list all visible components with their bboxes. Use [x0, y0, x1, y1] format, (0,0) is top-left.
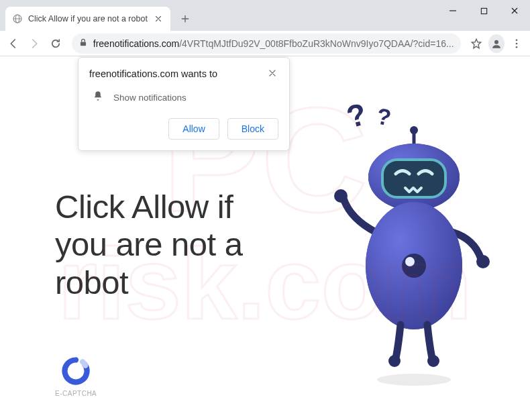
headline-line-3: robot [55, 264, 243, 301]
new-tab-button[interactable] [176, 9, 195, 28]
block-button[interactable]: Block [227, 118, 278, 140]
bell-icon [92, 90, 104, 105]
captcha-c-icon [61, 356, 91, 386]
close-window-button[interactable] [499, 0, 530, 21]
globe-icon [12, 13, 23, 24]
captcha-label: E-CAPTCHA [55, 390, 97, 397]
svg-point-23 [405, 257, 415, 266]
window-titlebar: Click Allow if you are not a robot [0, 0, 530, 31]
permission-dialog: freenotifications.com wants to Show noti… [78, 57, 290, 151]
svg-point-26 [377, 374, 451, 386]
browser-tab[interactable]: Click Allow if you are not a robot [5, 7, 170, 31]
svg-point-24 [388, 355, 401, 367]
robot-illustration: ? ? [323, 98, 498, 386]
svg-point-8 [516, 42, 518, 44]
maximize-button[interactable] [468, 0, 499, 21]
browser-toolbar: freenotifications.com/4VRTtqMJtfDu92V_00… [0, 31, 530, 56]
allow-button[interactable]: Allow [168, 118, 219, 140]
headline: Click Allow if you are not a robot [55, 188, 243, 301]
close-tab-icon[interactable] [153, 13, 164, 24]
svg-point-25 [427, 355, 439, 367]
svg-point-9 [516, 46, 518, 48]
address-bar[interactable]: freenotifications.com/4VRTtqMJtfDu92V_00… [72, 34, 461, 54]
profile-avatar[interactable] [488, 34, 505, 53]
lock-icon [78, 38, 88, 50]
svg-point-7 [516, 39, 518, 41]
window-controls [437, 0, 530, 21]
svg-point-13 [410, 126, 418, 134]
url-text: freenotifications.com/4VRTtqMJtfDu92V_00… [93, 38, 454, 49]
forward-button[interactable] [25, 33, 44, 54]
headline-line-1: Click Allow if [55, 188, 243, 225]
svg-text:?: ? [375, 103, 393, 130]
svg-rect-4 [481, 8, 486, 13]
permission-capability-text: Show notifications [113, 93, 187, 103]
captcha-badge: E-CAPTCHA [55, 356, 97, 397]
svg-rect-16 [382, 160, 445, 197]
permission-origin-text: freenotifications.com wants to [89, 68, 268, 79]
svg-point-6 [494, 40, 498, 44]
minimize-button[interactable] [437, 0, 468, 21]
svg-text:?: ? [343, 98, 370, 135]
tab-title: Click Allow if you are not a robot [28, 14, 148, 23]
svg-point-18 [334, 189, 348, 203]
svg-rect-5 [81, 42, 86, 46]
reload-button[interactable] [46, 33, 65, 54]
svg-point-19 [476, 255, 490, 268]
bookmark-star-icon[interactable] [468, 33, 486, 54]
back-button[interactable] [4, 33, 23, 54]
headline-line-2: you are not a [55, 225, 243, 263]
menu-button[interactable] [507, 33, 526, 54]
close-icon[interactable] [268, 68, 278, 79]
svg-point-22 [402, 254, 426, 278]
